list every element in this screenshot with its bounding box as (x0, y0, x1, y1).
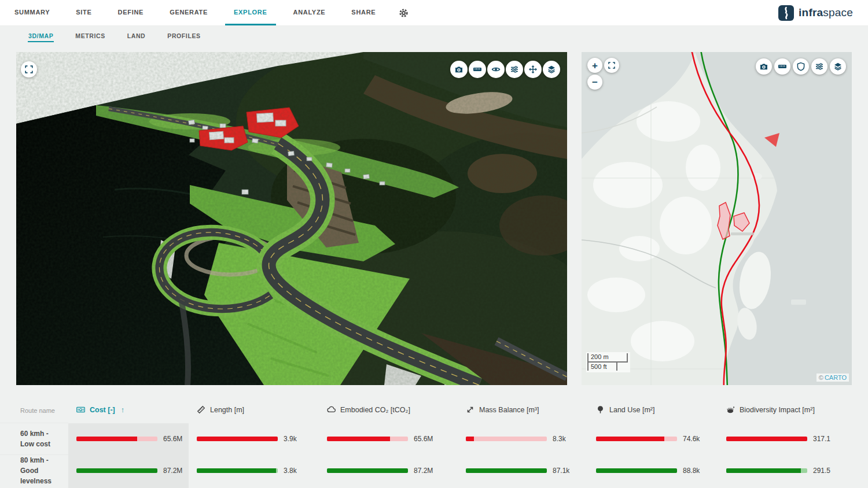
cell-cost: 87.2M (68, 467, 189, 475)
metric-value: 3.9k (284, 435, 297, 443)
logo-mark-icon (778, 5, 794, 21)
map-2d-scene (582, 52, 852, 385)
column-header-land-use[interactable]: Land Use [m²] (588, 405, 718, 423)
cell-land-use: 88.8k (588, 467, 718, 475)
cloud-icon (327, 405, 336, 414)
visibility-button[interactable] (487, 61, 505, 78)
map-toolbar (756, 58, 846, 75)
column-header-mass-balance[interactable]: Mass Balance [m³] (458, 405, 588, 423)
eye-icon (491, 65, 501, 74)
pan-button[interactable] (524, 61, 542, 78)
metric-bar (596, 437, 677, 441)
scale-metric: 200 m (587, 353, 628, 363)
shield-icon (796, 62, 806, 71)
column-header-co2[interactable]: Embodied CO₂ [tCO₂] (319, 405, 458, 423)
route-name[interactable]: 60 kmh - Low cost (0, 423, 68, 455)
copyright-symbol: © (819, 374, 823, 381)
gear-icon (399, 8, 409, 18)
tab-3d-map[interactable]: 3D/MAP (28, 31, 54, 42)
minus-icon: − (592, 77, 598, 87)
route-comparison-table: Route name Cost [-] ↑ Length [m] Embodie… (0, 385, 868, 488)
main-nav: SUMMARY SITE DEFINE GENERATE EXPLORE ANA… (0, 0, 393, 25)
tab-land[interactable]: LAND (127, 31, 146, 42)
metric-value: 317.1 (813, 435, 830, 443)
metric-value: 65.6M (163, 435, 182, 443)
metric-value: 291.5 (813, 467, 830, 475)
money-icon (76, 405, 85, 414)
measure-button[interactable] (469, 61, 486, 78)
metric-value: 8.3k (553, 435, 566, 443)
metric-bar (726, 468, 807, 473)
metric-value: 87.1k (553, 467, 569, 475)
metric-bar (197, 468, 278, 473)
cell-biodiversity: 291.5 (718, 467, 868, 475)
map-scale-control: 200 m 500 ft (586, 352, 630, 372)
route-name-header: Route name (0, 407, 68, 423)
map-2d[interactable]: + − 200 m 500 ft ©CARTO (582, 52, 852, 385)
terrain-3d-scene (16, 52, 567, 385)
nav-share[interactable]: SHARE (343, 0, 384, 25)
logo-text: infraspace (799, 6, 853, 19)
route-name[interactable]: 80 kmh - Good levelness (0, 454, 68, 487)
metric-value: 87.2M (163, 467, 182, 475)
cell-cost: 65.6M (68, 435, 189, 443)
adjust-button-map[interactable] (811, 58, 827, 75)
expand-icon (24, 65, 34, 74)
tab-profiles[interactable]: PROFILES (167, 31, 201, 42)
table-header-row: Route name Cost [-] ↑ Length [m] Embodie… (0, 385, 868, 423)
metric-bar (596, 468, 677, 473)
nav-analyze[interactable]: ANALYZE (285, 0, 334, 25)
camera-icon (759, 62, 768, 71)
measure-button-map[interactable] (774, 58, 790, 75)
area-button-map[interactable] (793, 58, 809, 75)
sort-arrow-icon: ↑ (121, 405, 125, 414)
column-header-cost[interactable]: Cost [-] ↑ (68, 405, 189, 423)
table-row[interactable]: 60 kmh - Low cost 65.6M 3.9k 65.6M 8.3k … (0, 423, 868, 454)
nav-generate[interactable]: GENERATE (161, 0, 216, 25)
fullscreen-button-3d[interactable] (21, 61, 37, 77)
ruler-icon (473, 65, 482, 74)
nav-site[interactable]: SITE (67, 0, 100, 25)
screenshot-button-map[interactable] (756, 58, 772, 75)
scale-imperial: 500 ft (587, 363, 617, 371)
expand-icon (608, 61, 616, 69)
explore-subtabs: 3D/MAP METRICS LAND PROFILES (0, 25, 868, 47)
table-row[interactable]: 80 kmh - Good levelness 87.2M 3.8k 87.2M… (0, 454, 868, 486)
nav-define[interactable]: DEFINE (109, 0, 153, 25)
map-attribution[interactable]: ©CARTO (816, 374, 849, 382)
pan-icon (528, 65, 538, 74)
viewer-3d-toolbar (450, 61, 560, 78)
camera-icon (454, 65, 464, 74)
settings-button[interactable] (393, 0, 414, 25)
cell-length: 3.9k (189, 435, 319, 443)
nav-explore[interactable]: EXPLORE (225, 0, 275, 25)
column-header-length[interactable]: Length [m] (189, 405, 319, 423)
metric-value: 3.8k (284, 467, 297, 475)
metric-bar (466, 468, 547, 473)
column-header-biodiversity[interactable]: Biodiversity Impact [m²] (718, 405, 868, 423)
layers-icon (833, 62, 843, 71)
fullscreen-button-map[interactable] (604, 58, 619, 73)
metric-value: 88.8k (683, 467, 700, 475)
nav-summary[interactable]: SUMMARY (6, 0, 58, 25)
screenshot-button[interactable] (450, 61, 468, 78)
cell-co2: 65.6M (319, 435, 458, 443)
cell-biodiversity: 317.1 (718, 435, 868, 443)
layers-button-map[interactable] (830, 58, 846, 75)
metric-value: 65.6M (414, 435, 433, 443)
adjust-button[interactable] (506, 61, 523, 78)
viewer-3d[interactable] (16, 52, 567, 385)
map-place-label (731, 232, 754, 235)
tree-icon (596, 405, 605, 414)
adjust-sliders-icon (510, 65, 519, 74)
metric-value: 74.6k (683, 435, 700, 443)
cell-co2: 87.2M (319, 467, 458, 475)
layers-icon (547, 65, 556, 74)
layers-button[interactable] (543, 61, 560, 78)
zoom-out-button[interactable]: − (587, 75, 602, 90)
metric-bar (327, 468, 408, 473)
zoom-in-button[interactable]: + (587, 58, 602, 73)
tab-metrics[interactable]: METRICS (75, 31, 105, 42)
cell-length: 3.8k (189, 467, 319, 475)
app-logo: infraspace (778, 0, 868, 25)
